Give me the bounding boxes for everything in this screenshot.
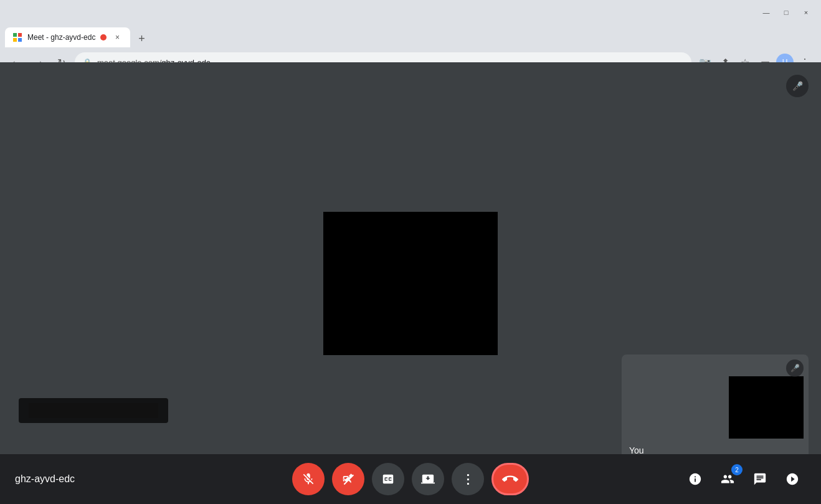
- more-options-button[interactable]: ⋮: [452, 463, 484, 495]
- participant-name-tag: [19, 398, 168, 423]
- people-icon: [721, 472, 734, 486]
- cam-off-icon: [341, 472, 355, 486]
- title-bar: — □ ×: [0, 0, 821, 25]
- svg-rect-2: [13, 38, 17, 42]
- present-button[interactable]: [412, 463, 444, 495]
- new-tab-btn[interactable]: +: [133, 30, 150, 47]
- active-tab[interactable]: Meet - ghz-ayvd-edc ×: [5, 27, 130, 47]
- chat-icon: [753, 472, 767, 486]
- info-icon: [688, 472, 702, 486]
- window-controls[interactable]: — □ ×: [761, 7, 816, 17]
- main-video-feed: [323, 212, 498, 355]
- browser-chrome: — □ × Meet - ghz-ayvd-edc × + ← → ↻ 🔒: [0, 0, 821, 62]
- end-call-button[interactable]: [491, 463, 529, 495]
- chat-button[interactable]: [746, 465, 774, 493]
- tab-close-btn[interactable]: ×: [112, 32, 123, 43]
- svg-rect-3: [18, 38, 22, 42]
- bottom-right: 2: [681, 465, 806, 493]
- self-view-panel: 🎤 You: [622, 354, 809, 460]
- activities-icon: [785, 472, 799, 486]
- window-close-btn[interactable]: ×: [801, 7, 811, 17]
- people-button[interactable]: 2: [714, 465, 741, 493]
- cam-toggle-button[interactable]: [332, 463, 364, 495]
- meet-favicon-icon: [12, 32, 22, 42]
- tab-bar: Meet - ghz-ayvd-edc × +: [0, 25, 821, 47]
- present-icon: [421, 472, 435, 486]
- svg-rect-0: [13, 33, 17, 37]
- mute-indicator-icon: 🎤: [792, 81, 803, 91]
- participant-count-badge: 2: [731, 464, 743, 475]
- more-options-icon: ⋮: [462, 472, 474, 487]
- meet-container: 🎤 🎤 You ghz-ayvd-edc: [0, 62, 821, 504]
- window-minimize-btn[interactable]: —: [761, 7, 771, 17]
- activities-button[interactable]: [779, 465, 806, 493]
- mic-off-icon: [301, 472, 315, 486]
- captions-button[interactable]: [372, 463, 404, 495]
- bottom-left: ghz-ayvd-edc: [15, 473, 140, 485]
- tab-title: Meet - ghz-ayvd-edc: [27, 33, 95, 42]
- mic-toggle-button[interactable]: [292, 463, 325, 495]
- bottom-bar: ghz-ayvd-edc: [0, 454, 821, 504]
- self-mute-icon: 🎤: [790, 364, 800, 373]
- self-mute-indicator: 🎤: [786, 359, 804, 377]
- self-view-inner: 🎤 You: [622, 354, 809, 460]
- recording-indicator: [100, 34, 107, 40]
- captions-icon: [381, 472, 395, 486]
- svg-rect-1: [18, 33, 22, 37]
- mute-indicator: 🎤: [786, 75, 809, 97]
- window-maximize-btn[interactable]: □: [781, 7, 791, 17]
- bottom-controls: ⋮: [292, 463, 529, 495]
- end-call-icon: [502, 471, 518, 487]
- meeting-info-button[interactable]: [681, 465, 709, 493]
- meeting-code: ghz-ayvd-edc: [15, 473, 75, 485]
- self-video-feed: [729, 376, 804, 439]
